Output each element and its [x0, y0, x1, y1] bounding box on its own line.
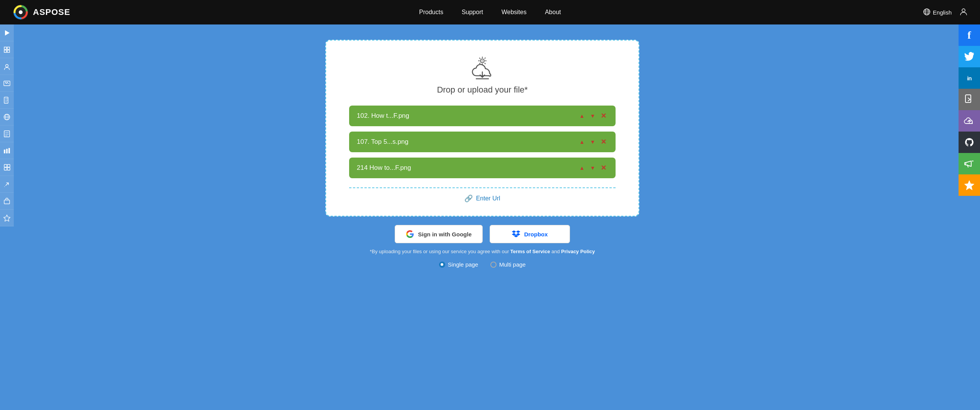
main-content: Drop or upload your file* 102. How t...F… [0, 24, 980, 283]
dropbox-label: Dropbox [524, 231, 548, 238]
nav-support[interactable]: Support [462, 9, 483, 16]
file-remove-3[interactable]: ✕ [599, 163, 608, 173]
svg-marker-8 [5, 30, 10, 36]
single-page-option[interactable]: Single page [439, 261, 478, 268]
language-label: English [933, 9, 952, 16]
file-item-3[interactable]: 214 How to...F.png ▲ ▼ ✕ [349, 158, 616, 178]
sidebar-icon-7[interactable] [0, 125, 14, 142]
svg-rect-27 [7, 168, 10, 170]
sidebar-icon-5[interactable] [0, 92, 14, 109]
page-options: Single page Multi page [439, 261, 526, 268]
sidebar-icon-9[interactable] [0, 159, 14, 176]
google-g-icon [406, 230, 414, 238]
sidebar-icon-12[interactable] [0, 210, 14, 226]
svg-rect-22 [6, 149, 8, 153]
sidebar-icon-3[interactable] [0, 58, 14, 75]
social-facebook-button[interactable]: f [959, 24, 980, 46]
svg-point-7 [962, 9, 965, 12]
file-move-down-1[interactable]: ▼ [588, 112, 597, 120]
file-controls-1: ▲ ▼ ✕ [578, 111, 608, 121]
aspose-logo-icon [12, 4, 29, 21]
github-icon [964, 137, 974, 147]
enter-url-section[interactable]: 🔗 Enter Url [349, 194, 616, 203]
svg-marker-37 [965, 181, 974, 190]
social-linkedin-button[interactable]: in [959, 67, 980, 89]
left-sidebar [0, 24, 14, 226]
user-icon[interactable] [959, 7, 968, 17]
terms-text: *By uploading your files or using our se… [370, 249, 595, 254]
svg-rect-21 [4, 150, 5, 153]
sidebar-icon-4[interactable] [0, 75, 14, 92]
svg-rect-10 [7, 47, 10, 49]
social-cloud-button[interactable] [959, 110, 980, 132]
file-controls-3: ▲ ▼ ✕ [578, 163, 608, 173]
sidebar-icon-11[interactable] [0, 193, 14, 210]
svg-point-13 [6, 64, 8, 67]
nav-products[interactable]: Products [419, 9, 443, 16]
nav-websites[interactable]: Websites [501, 9, 527, 16]
multi-page-radio[interactable] [490, 262, 497, 268]
dropbox-logo-icon [512, 230, 520, 238]
file-move-up-2[interactable]: ▲ [578, 138, 586, 146]
logo-link[interactable]: ASPOSE [12, 4, 70, 21]
file-share-icon [964, 94, 974, 105]
twitter-icon [964, 52, 975, 61]
terms-of-service-link[interactable]: Terms of Service [510, 249, 550, 254]
social-file-button[interactable] [959, 89, 980, 110]
social-github-button[interactable] [959, 132, 980, 153]
navbar: ASPOSE Products Support Websites About E… [0, 0, 980, 24]
sidebar-icon-2[interactable] [0, 41, 14, 58]
cloud-gear-icon [469, 56, 496, 80]
sidebar-icon-6[interactable] [0, 109, 14, 125]
sidebar-icon-10[interactable] [0, 176, 14, 193]
single-page-label: Single page [448, 261, 478, 268]
file-controls-2: ▲ ▼ ✕ [578, 137, 608, 147]
social-chat-button[interactable] [959, 153, 980, 174]
upload-icon-area [349, 56, 616, 80]
multi-page-label: Multi page [499, 261, 526, 268]
svg-rect-14 [4, 81, 10, 86]
enter-url-label: Enter Url [476, 195, 500, 202]
language-selector[interactable]: English [923, 8, 952, 17]
card-divider [349, 187, 616, 188]
file-name-1: 102. How t...F.png [357, 112, 573, 120]
sidebar-icon-8[interactable] [0, 142, 14, 159]
file-move-up-1[interactable]: ▲ [578, 112, 586, 120]
svg-marker-29 [4, 215, 10, 221]
right-sidebar: f in [959, 24, 980, 196]
svg-point-36 [972, 160, 973, 162]
file-move-up-3[interactable]: ▲ [578, 164, 586, 172]
privacy-policy-link[interactable]: Privacy Policy [561, 249, 595, 254]
dropbox-button[interactable]: Dropbox [490, 225, 570, 243]
file-move-down-3[interactable]: ▼ [588, 164, 597, 172]
social-star-button[interactable] [959, 174, 980, 196]
file-move-down-2[interactable]: ▼ [588, 138, 597, 146]
nav-about[interactable]: About [545, 9, 561, 16]
sign-in-google-label: Sign in with Google [418, 231, 472, 238]
sidebar-icon-1[interactable] [0, 24, 14, 41]
sign-in-google-button[interactable]: Sign in with Google [395, 225, 483, 243]
svg-rect-9 [4, 47, 7, 49]
file-remove-1[interactable]: ✕ [599, 111, 608, 121]
svg-point-31 [481, 60, 483, 62]
action-buttons: Sign in with Google Dropbox [395, 225, 570, 243]
upload-title: Drop or upload your file* [349, 85, 616, 95]
svg-rect-23 [8, 148, 10, 153]
file-item-1[interactable]: 102. How t...F.png ▲ ▼ ✕ [349, 106, 616, 126]
file-item-2[interactable]: 107. Top 5...s.png ▲ ▼ ✕ [349, 132, 616, 152]
logo-text: ASPOSE [33, 7, 70, 17]
nav-menu: Products Support Websites About [419, 9, 561, 16]
svg-rect-24 [4, 164, 7, 167]
svg-rect-28 [4, 200, 10, 204]
svg-point-1 [19, 10, 23, 14]
file-remove-2[interactable]: ✕ [599, 137, 608, 147]
social-twitter-button[interactable] [959, 46, 980, 67]
single-page-radio[interactable] [439, 262, 445, 268]
svg-rect-26 [4, 168, 7, 170]
multi-page-option[interactable]: Multi page [490, 261, 526, 268]
svg-rect-12 [7, 50, 10, 52]
cloud-upload-icon [964, 117, 975, 125]
svg-rect-25 [7, 164, 10, 167]
globe-icon [923, 8, 931, 17]
file-name-2: 107. Top 5...s.png [357, 138, 573, 146]
